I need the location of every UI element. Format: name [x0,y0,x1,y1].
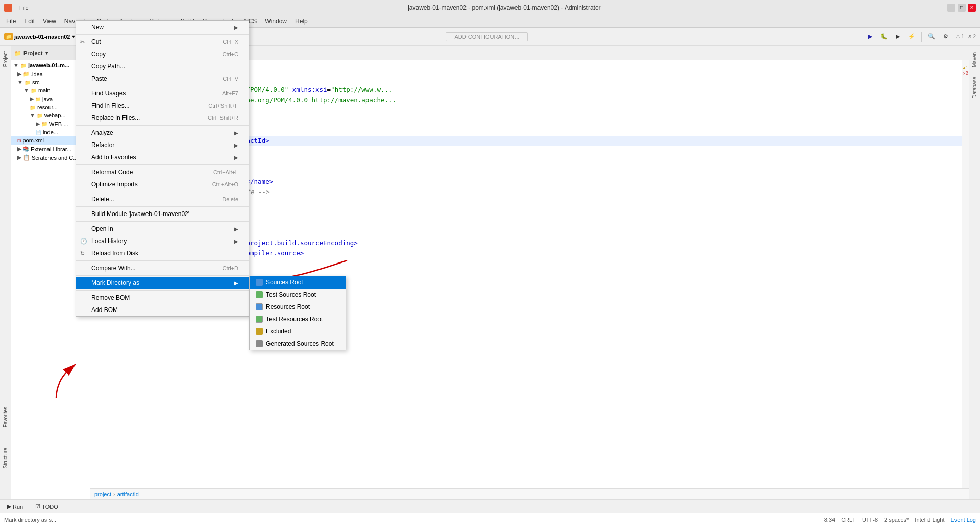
cm-paste[interactable]: Paste Ctrl+V [76,73,249,85]
cm-new[interactable]: New ▶ [76,21,249,33]
cm-analyze[interactable]: Analyze ▶ [76,127,249,139]
cm-optimize[interactable]: Optimize Imports Ctrl+Alt+O [76,178,249,190]
cm-findusages-label: Find Usages [91,90,126,97]
resources-root-icon [256,303,263,310]
submenu-test-sources-root[interactable]: Test Sources Root [250,289,346,301]
generated-sources-label: Generated Sources Root [266,340,334,347]
cm-sep-7 [76,221,249,222]
cm-replaceinfiles[interactable]: Replace in Files... Ctrl+Shift+R [76,112,249,124]
structure-tab[interactable]: Structure [1,443,10,474]
tree-webinf-arrow: ▶ [36,121,40,127]
cm-addtofavs[interactable]: Add to Favorites ▶ [76,151,249,163]
cm-new-label: New [91,23,104,31]
cm-reformat[interactable]: Reformat Code Ctrl+Alt+L [76,166,249,178]
cm-cut-shortcut: Ctrl+X [223,39,238,45]
cm-delete-label: Delete... [91,196,114,203]
cm-sep-3 [76,125,249,126]
status-bar: Mark directory as s... 8:34 CRLF UTF-8 2… [0,513,980,526]
tree-idea-label: .idea [31,71,43,77]
maximize-button[interactable]: □ [958,4,966,12]
breadcrumb-artifactid[interactable]: artifactId [117,491,139,497]
cm-findusages[interactable]: Find Usages Alt+F7 [76,87,249,100]
project-header-label: Project [23,50,42,56]
add-configuration-button[interactable]: ADD CONFIGURATION... [446,32,528,41]
cm-build[interactable]: Build Module 'javaweb-01-maven02' [76,208,249,220]
cm-findinfiles[interactable]: Find in Files... Ctrl+Shift+F [76,100,249,112]
tree-src-label: src [32,79,40,85]
cm-copy[interactable]: Copy Ctrl+C [76,48,249,60]
cm-cut[interactable]: ✂ Cut Ctrl+X [76,36,249,48]
cm-localhistory-label: Local History [91,237,127,245]
breadcrumb-sep: › [113,491,115,497]
todo-label: TODO [42,504,58,510]
cm-reload[interactable]: ↻ Reload from Disk [76,247,249,259]
cm-markdiras-label: Mark Directory as [91,279,139,286]
submenu-resources-root[interactable]: Resources Root [250,301,346,313]
cm-removebom[interactable]: Remove BOM [76,292,249,304]
cm-compare-shortcut: Ctrl+D [223,265,238,271]
minimize-button[interactable]: — [947,4,955,12]
cm-refactor[interactable]: Refactor ▶ [76,139,249,151]
breadcrumb-project[interactable]: project [94,491,111,497]
todo-bottom-tab[interactable]: ☑ TODO [30,502,63,511]
cm-analyze-arrow: ▶ [234,130,238,136]
test-sources-root-label: Test Sources Root [266,291,316,298]
menu-help[interactable]: Help [291,17,312,26]
status-encoding[interactable]: UTF-8 [862,517,878,523]
window-controls: — □ ✕ [947,4,976,12]
menu-view[interactable]: View [39,17,60,26]
cm-reload-label: Reload from Disk [91,250,138,257]
menu-file[interactable]: File [15,4,33,12]
cm-openin[interactable]: Open In ▶ [76,223,249,235]
tree-scratches-icon: 📋 [23,154,30,161]
cm-copypath[interactable]: Copy Path... [76,60,249,73]
run-button[interactable]: ▶ [865,30,875,43]
menu-edit[interactable]: Edit [20,17,39,26]
search-button[interactable]: 🔍 [925,30,938,43]
database-panel-tab[interactable]: Database [971,73,978,103]
status-linesep[interactable]: CRLF [841,517,856,523]
warning-count[interactable]: ⚠ 1 [955,34,964,39]
tree-idea-arrow: ▶ [17,70,21,77]
cm-markdiras[interactable]: Mark Directory as ▶ [76,277,249,289]
menu-file[interactable]: File [2,17,20,26]
submenu-excluded[interactable]: Excluded [250,325,346,338]
coverage-button[interactable]: ▶ [893,30,903,43]
close-button[interactable]: ✕ [968,4,976,12]
event-log-button[interactable]: Event Log [950,517,976,523]
submenu-sources-root[interactable]: Sources Root [250,276,346,289]
project-header-dropdown[interactable]: ▼ [44,51,49,56]
test-sources-root-icon [256,291,263,298]
error-marker: ✕2 [963,70,968,78]
status-position[interactable]: 8:34 [824,517,835,523]
submenu-test-resources-root[interactable]: Test Resources Root [250,313,346,325]
project-tab[interactable]: Project [1,46,10,72]
run-bottom-tab[interactable]: ▶ Run [2,502,28,511]
cm-copy-shortcut: Ctrl+C [223,51,238,57]
cm-findinfiles-shortcut: Ctrl+Shift+F [208,103,238,109]
tree-root-arrow: ▼ [13,62,19,68]
scrollbar[interactable]: ▲1 ✕2 [962,60,969,488]
maven-panel-tab[interactable]: Maven [971,48,978,71]
debug-button[interactable]: 🐛 [877,30,891,43]
window-title: javaweb-01-maven02 - pom.xml (javaweb-01… [33,4,976,11]
cm-sep-9 [76,275,249,276]
settings-button[interactable]: ⚙ [940,30,951,43]
cm-localhistory[interactable]: 🕐 Local History ▶ [76,235,249,247]
cm-delete[interactable]: Delete... Delete [76,193,249,205]
bottom-tabs: ▶ Run ☑ TODO [0,499,980,513]
run-label: Run [13,504,23,510]
breadcrumb-bar: project › artifactId [90,488,969,499]
tree-pom-label: pom.xml [23,137,44,144]
favorites-tab[interactable]: Favorites [1,401,10,433]
cm-addbom[interactable]: Add BOM [76,304,249,316]
submenu-generated-sources[interactable]: Generated Sources Root [250,338,346,350]
status-indent[interactable]: 2 spaces* [884,517,909,523]
profile-button[interactable]: ⚡ [905,30,918,43]
menu-window[interactable]: Window [261,17,291,26]
cm-optimize-shortcut: Ctrl+Alt+O [212,181,238,187]
toolbar-separator-4 [921,32,922,42]
error-count[interactable]: ✗ 2 [968,34,976,39]
cm-reformat-label: Reformat Code [91,169,133,176]
cm-compare[interactable]: Compare With... Ctrl+D [76,262,249,274]
